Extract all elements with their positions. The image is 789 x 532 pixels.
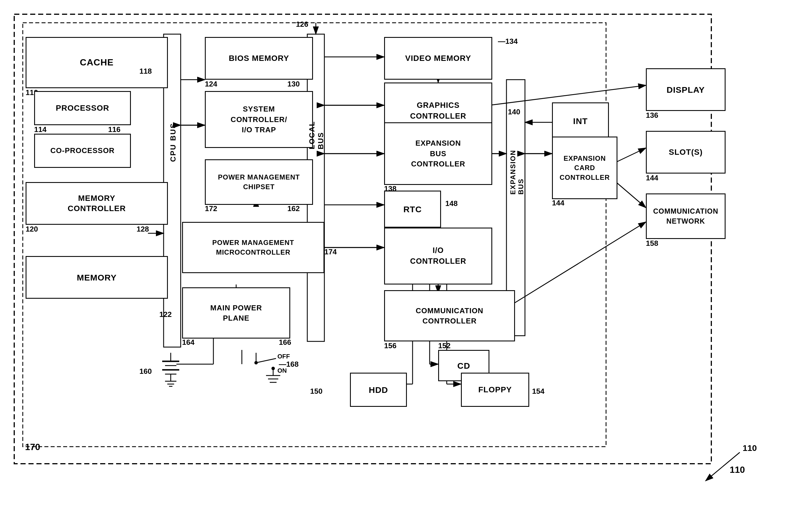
system-controller-box: SYSTEMCONTROLLER/I/O TRAP bbox=[205, 91, 313, 148]
cpu-bus-label: CPU BUS bbox=[167, 57, 179, 228]
label-162: 162 bbox=[287, 204, 300, 213]
label-174: 174 bbox=[324, 247, 337, 256]
local-bus-label: LOCALBUS bbox=[311, 57, 322, 213]
switch-symbol: OFF ON bbox=[239, 353, 290, 393]
power-mgmt-chipset-box: POWER MANAGEMENTCHIPSET bbox=[205, 159, 313, 205]
label-136: 136 bbox=[646, 111, 658, 120]
video-memory-box: VIDEO MEMORY bbox=[384, 37, 492, 80]
label-144: 144 bbox=[552, 198, 564, 207]
processor-box: PROCESSOR bbox=[34, 91, 131, 125]
io-controller-box: I/OCONTROLLER bbox=[384, 228, 492, 285]
label-160: 160 bbox=[139, 367, 152, 376]
main-power-plane-box: MAIN POWERPLANE bbox=[182, 287, 290, 339]
label-134: —134 bbox=[498, 37, 518, 46]
label-114: 114 bbox=[34, 125, 46, 134]
rtc-box: RTC bbox=[384, 191, 441, 228]
label-126: 126 bbox=[296, 20, 308, 29]
label-128: 128 bbox=[136, 225, 149, 233]
svg-text:110: 110 bbox=[743, 444, 757, 453]
label-122: 122 bbox=[159, 310, 172, 319]
label-slots: 144 bbox=[646, 173, 658, 182]
ref-110-arrow: 110 bbox=[683, 444, 768, 501]
communication-controller-box: COMMUNICATIONCONTROLLER bbox=[384, 290, 515, 341]
expansion-card-controller-box: EXPANSIONCARDCONTROLLER bbox=[552, 136, 617, 199]
svg-line-68 bbox=[706, 452, 740, 481]
label-158: 158 bbox=[646, 239, 658, 248]
label-170: 170 bbox=[25, 442, 40, 452]
svg-line-30 bbox=[616, 148, 646, 162]
co-processor-box: CO-PROCESSOR bbox=[34, 134, 131, 168]
svg-line-61 bbox=[256, 359, 276, 363]
battery-symbol bbox=[154, 353, 188, 387]
memory-box: MEMORY bbox=[25, 256, 168, 299]
slots-box: SLOT(S) bbox=[646, 131, 726, 173]
label-156: 156 bbox=[384, 341, 396, 350]
label-118: 118 bbox=[139, 67, 152, 76]
hdd-box: HDD bbox=[350, 373, 407, 407]
memory-controller-box: MEMORYCONTROLLER bbox=[25, 182, 168, 225]
expansion-bus-label: EXPANSIONBUS bbox=[510, 88, 524, 256]
label-148: 148 bbox=[445, 199, 457, 208]
label-150: 150 bbox=[310, 387, 322, 396]
bios-memory-box: BIOS MEMORY bbox=[205, 37, 313, 80]
diagram: 110 170 CACHE 112 118 PROCESSOR 114 116 … bbox=[0, 0, 789, 532]
communication-network-box: COMMUNICATIONNETWORK bbox=[646, 193, 726, 239]
int-box: INT bbox=[552, 102, 609, 139]
label-154: 154 bbox=[532, 387, 544, 396]
label-166: 166 bbox=[279, 338, 291, 347]
label-130: 130 bbox=[287, 80, 300, 89]
svg-line-37 bbox=[512, 222, 646, 304]
label-168: —168 bbox=[279, 360, 299, 369]
svg-text:OFF: OFF bbox=[277, 353, 290, 360]
label-120: 120 bbox=[25, 225, 38, 233]
display-box: DISPLAY bbox=[646, 68, 726, 111]
power-mgmt-micro-box: POWER MANAGEMENTMICROCONTROLLER bbox=[182, 222, 324, 273]
label-164: 164 bbox=[182, 338, 194, 347]
label-116: 116 bbox=[108, 125, 120, 134]
cache-box: CACHE bbox=[25, 37, 168, 88]
expansion-bus-controller-box: EXPANSIONBUSCONTROLLER bbox=[384, 122, 492, 185]
label-172: 172 bbox=[205, 204, 217, 213]
label-124: 124 bbox=[205, 80, 217, 89]
label-152: 152 bbox=[438, 341, 450, 350]
svg-line-31 bbox=[616, 182, 646, 208]
floppy-box: FLOPPY bbox=[461, 373, 529, 407]
